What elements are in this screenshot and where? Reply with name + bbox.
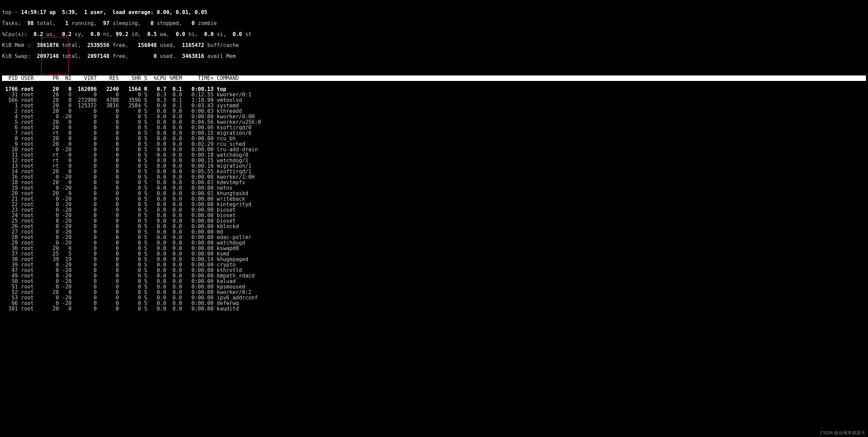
process-row: 29 root 0 -20 0 0 0 S 0.0 0.0 0:00.00 wa… xyxy=(2,240,866,246)
process-row: 20 root 20 0 0 0 0 S 0.0 0.0 0:00.01 khu… xyxy=(2,191,866,196)
terminal[interactable]: top - 14:59:17 up 5:39, 1 user, load ave… xyxy=(0,0,868,437)
process-row: 12 root rt 0 0 0 0 S 0.0 0.0 0:00.15 wat… xyxy=(2,158,866,163)
summary-line-tasks: Tasks: 98 total, 1 running, 97 sleeping,… xyxy=(2,21,866,26)
process-row: 21 root 0 -20 0 0 0 S 0.0 0.0 0:00.00 wr… xyxy=(2,196,866,202)
process-row: 66 root 0 -20 0 0 0 S 0.0 0.0 0:00.00 de… xyxy=(2,300,866,306)
column-header: PID USER PR NI VIRT RES SHR S %CPU %MEM … xyxy=(2,75,866,81)
process-row: 1766 root 20 0 162096 2240 1564 R 0.7 0.… xyxy=(2,86,866,92)
process-row: 28 root 0 -20 0 0 0 S 0.0 0.0 0:00.00 ed… xyxy=(2,235,866,240)
process-row: 38 root 39 19 0 0 0 S 0.0 0.0 0:00.14 kh… xyxy=(2,257,866,262)
process-row: 25 root 0 -20 0 0 0 S 0.0 0.0 0:00.00 bi… xyxy=(2,218,866,224)
summary-line-mem: KiB Mem : 3861076 total, 2539556 free, 1… xyxy=(2,43,866,48)
process-row: 50 root 0 -20 0 0 0 S 0.0 0.0 0:00.00 ka… xyxy=(2,279,866,284)
process-row: 49 root 0 -20 0 0 0 S 0.0 0.0 0:00.00 km… xyxy=(2,273,866,279)
summary-line-swap: KiB Swap: 2097148 total, 2097148 free, 0… xyxy=(2,54,866,59)
process-row: 37 root 25 5 0 0 0 S 0.0 0.0 0:00.00 ksm… xyxy=(2,251,866,257)
process-row: 26 root 0 -20 0 0 0 S 0.0 0.0 0:00.00 kb… xyxy=(2,224,866,229)
process-row: 10 root 0 -20 0 0 0 S 0.0 0.0 0:00.00 lr… xyxy=(2,147,866,152)
process-row: 11 root rt 0 0 0 0 S 0.0 0.0 0:00.18 wat… xyxy=(2,152,866,158)
process-row: 36 root 20 0 0 0 0 S 0.0 0.0 0:00.00 ksw… xyxy=(2,246,866,251)
process-row: 13 root rt 0 0 0 0 S 0.0 0.0 0:00.10 mig… xyxy=(2,163,866,169)
process-row: 52 root 20 0 0 0 0 S 0.0 0.0 0:00.00 kwo… xyxy=(2,290,866,295)
process-row: 31 root 20 0 0 0 0 S 0.3 0.0 0:12.55 kwo… xyxy=(2,92,866,97)
process-list: 1766 root 20 0 162096 2240 1564 R 0.7 0.… xyxy=(2,86,866,311)
process-row: 14 root 20 0 0 0 0 S 0.0 0.0 0:05.55 kso… xyxy=(2,169,866,174)
process-row: 23 root 0 -20 0 0 0 S 0.0 0.0 0:00.00 bi… xyxy=(2,207,866,213)
summary-line-uptime: top - 14:59:17 up 5:39, 1 user, load ave… xyxy=(2,10,866,15)
process-row: 18 root 20 0 0 0 0 S 0.0 0.0 0:00.01 kde… xyxy=(2,180,866,185)
process-row: 8 root 20 0 0 0 0 S 0.0 0.0 0:00.00 rcu_… xyxy=(2,136,866,141)
process-row: 6 root 20 0 0 0 0 S 0.0 0.0 0:00.06 ksof… xyxy=(2,125,866,130)
process-row: 24 root 0 -20 0 0 0 S 0.0 0.0 0:00.00 bi… xyxy=(2,213,866,218)
process-row: 27 root 0 -20 0 0 0 S 0.0 0.0 0:00.00 md xyxy=(2,229,866,235)
process-row: 5 root 20 0 0 0 0 S 0.0 0.0 0:04.56 kwor… xyxy=(2,119,866,125)
process-row: 1 root 20 0 125372 3816 2584 S 0.0 0.1 0… xyxy=(2,103,866,108)
process-row: 16 root 0 -20 0 0 0 S 0.0 0.0 0:00.00 kw… xyxy=(2,174,866,180)
blank-line xyxy=(2,64,866,70)
process-row: 9 root 20 0 0 0 0 S 0.0 0.0 0:02.29 rcu_… xyxy=(2,141,866,147)
summary-line-cpu: %Cpu(s): 0.2 us, 0.2 sy, 0.0 ni, 99.2 id… xyxy=(2,32,866,37)
process-row: 47 root 0 -20 0 0 0 S 0.0 0.0 0:00.00 kt… xyxy=(2,268,866,273)
process-row: 2 root 20 0 0 0 0 S 0.0 0.0 0:00.03 kthr… xyxy=(2,108,866,114)
process-row: 566 root 20 0 272996 4708 3596 S 0.3 0.1… xyxy=(2,97,866,103)
process-row: 101 root 20 0 0 0 0 S 0.0 0.0 0:00.00 ka… xyxy=(2,306,866,311)
process-row: 19 root 0 -20 0 0 0 S 0.0 0.0 0:00.00 ne… xyxy=(2,185,866,191)
process-row: 4 root 0 -20 0 0 0 S 0.0 0.0 0:00.00 kwo… xyxy=(2,114,866,119)
process-row: 22 root 0 -20 0 0 0 S 0.0 0.0 0:00.00 ki… xyxy=(2,202,866,207)
process-row: 39 root 0 -20 0 0 0 S 0.0 0.0 0:00.00 cr… xyxy=(2,262,866,268)
process-row: 51 root 0 -20 0 0 0 S 0.0 0.0 0:00.00 kp… xyxy=(2,284,866,290)
process-row: 7 root rt 0 0 0 0 S 0.0 0.0 0:00.15 migr… xyxy=(2,130,866,136)
watermark: CSDN @运维本就逆天 xyxy=(820,430,865,436)
process-row: 53 root 0 -20 0 0 0 S 0.0 0.0 0:00.00 ip… xyxy=(2,295,866,300)
